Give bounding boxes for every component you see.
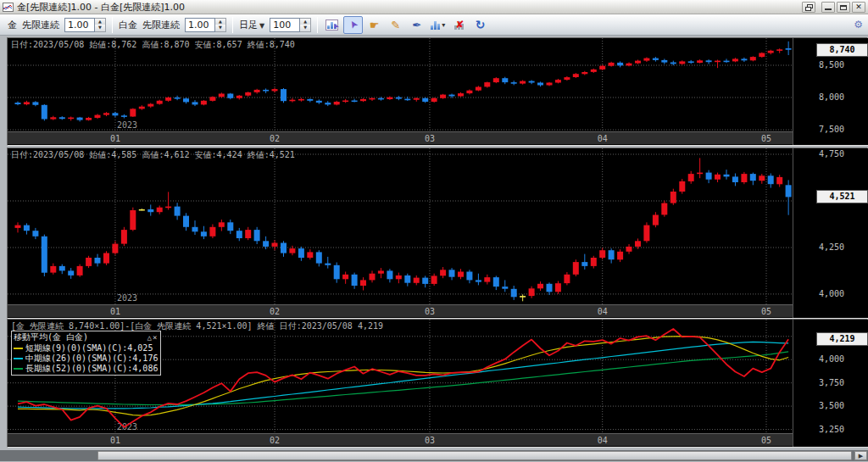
- x-axis-month-label: 05: [761, 434, 771, 447]
- spin-up-icon[interactable]: ▲: [300, 19, 310, 25]
- tool-button-group: ➤➤☛✎✒▾✘↻: [321, 16, 491, 34]
- moving-average-legend: 移動平均(金 白金)△×短期線(9)(0)(SMA)(C):4,025中期線(2…: [11, 331, 161, 376]
- legend-label: 短期線(9)(0)(SMA)(C):4,025: [25, 343, 153, 353]
- spin-down-icon[interactable]: ▼: [95, 25, 105, 31]
- x-axis-month-label: 02: [270, 305, 280, 318]
- x-axis-month-label: 02: [270, 132, 280, 145]
- toolbar-separator: [317, 17, 318, 33]
- y-axis-tick-label: 4,750: [819, 149, 844, 159]
- close-button[interactable]: ✕: [852, 2, 865, 13]
- bar-count-spinner[interactable]: 100 ▲▼: [270, 18, 311, 32]
- y-axis-tick-label: 4,250: [819, 242, 844, 252]
- symbol1-ratio-spinner[interactable]: 1.00 ▲▼: [64, 18, 106, 32]
- interval-combo[interactable]: 日足▼: [239, 19, 264, 31]
- pencil-tool-icon: ✎: [391, 19, 400, 31]
- y-axis-tick-label: 4,000: [819, 289, 844, 298]
- y-axis-tick-label: 8,000: [819, 92, 844, 102]
- x-axis-month-label: 01: [110, 434, 120, 447]
- app-chart-icon: [3, 3, 14, 12]
- symbol1-label: 金: [8, 19, 17, 31]
- legend-label: 長期線(52)(0)(SMA)(C):4,086: [25, 364, 158, 374]
- spinner-arrows[interactable]: ▲▼: [300, 18, 311, 32]
- legend-color-swatch: [14, 348, 23, 349]
- scrollbar-thumb[interactable]: [97, 451, 852, 460]
- bar-count-value[interactable]: 100: [270, 18, 300, 32]
- current-price-box: 4,521: [817, 191, 867, 203]
- symbol2-ratio-value[interactable]: 1.00: [185, 18, 215, 32]
- ohlc-info-line: 日付:2023/05/08 始値:4,585 高値:4,612 安値:4,424…: [11, 149, 295, 161]
- x-axis-month-label: 03: [425, 434, 435, 447]
- float-window-button[interactable]: [802, 2, 815, 13]
- y-axis-tick-label: 3,250: [819, 425, 844, 434]
- spin-down-icon[interactable]: ▼: [300, 25, 310, 31]
- pen-tool-icon: ✒: [412, 19, 421, 31]
- x-axis-strip: 0102030405: [8, 131, 793, 144]
- settings-wrench-icon[interactable]: ⚙: [854, 19, 863, 31]
- legend-label: 中期線(26)(0)(SMA)(C):4,176: [25, 353, 158, 364]
- svg-text:2023: 2023: [117, 293, 137, 303]
- zoom-range-tool[interactable]: ➤: [322, 16, 342, 34]
- refresh-button[interactable]: ↻: [470, 16, 490, 34]
- chevron-down-icon: ▼: [259, 22, 264, 30]
- x-axis-month-label: 05: [761, 132, 771, 145]
- symbol2-series-label: 先限連続: [142, 19, 180, 31]
- symbol2-label: 白金: [119, 19, 137, 31]
- scrollbar-right-arrow[interactable]: ▶: [854, 451, 867, 460]
- x-axis-month-label: 04: [598, 132, 608, 145]
- x-axis-month-label: 01: [110, 132, 120, 145]
- symbol1-series-label: 先限連続: [22, 19, 59, 31]
- plot-area-1[interactable]: 2023: [8, 38, 793, 131]
- toolbar-separator: [232, 17, 233, 33]
- spinner-arrows[interactable]: ▲▼: [215, 18, 226, 32]
- pen-tool[interactable]: ✒: [407, 16, 426, 34]
- legend-title: 移動平均(金 白金): [14, 331, 88, 343]
- select-tool-icon: ➤: [349, 19, 358, 31]
- indicator-delete-button-icon: ✘: [454, 20, 464, 30]
- window-title: 金[先限連続]1.00 - 白金[先限連続]1.00: [17, 1, 185, 14]
- svg-text:2023: 2023: [117, 120, 137, 130]
- maximize-button[interactable]: [837, 2, 850, 13]
- y-axis-tick-label: 8,500: [819, 60, 844, 70]
- hand-tool[interactable]: ☛: [364, 16, 384, 34]
- current-price-box: 4,219: [817, 333, 867, 345]
- spin-up-icon[interactable]: ▲: [95, 19, 105, 25]
- y-axis-2: 4,7504,2504,0004,521: [793, 148, 868, 318]
- indicator-chart-button-icon: ▾: [431, 20, 445, 30]
- title-bar: 金[先限連続]1.00 - 白金[先限連続]1.00 ✕: [0, 0, 868, 14]
- symbol1-ratio-value[interactable]: 1.00: [64, 18, 95, 32]
- x-axis-month-label: 04: [598, 434, 608, 447]
- toolbar: 金 先限連続 1.00 ▲▼ 白金 先限連続 1.00 ▲▼ 日足▼ 100 ▲…: [0, 14, 868, 36]
- spin-up-icon[interactable]: ▲: [215, 19, 225, 25]
- x-axis-month-label: 04: [598, 305, 608, 318]
- chevron-down-icon: ▾: [442, 21, 445, 29]
- chart-panel-3: 2023[金 先限連続 8,740×1.00]-[白金 先限連続 4,521×1…: [7, 319, 868, 448]
- x-axis-strip: 0102030405: [8, 433, 793, 446]
- chart-panel-2: 2023日付:2023/05/08 始値:4,585 高値:4,612 安値:4…: [7, 148, 868, 319]
- x-axis-month-label: 03: [425, 305, 435, 318]
- x-axis-month-label: 05: [761, 305, 771, 318]
- toolbar-separator: [112, 17, 113, 33]
- legend-row: 長期線(52)(0)(SMA)(C):4,086: [14, 364, 158, 374]
- legend-color-swatch: [14, 368, 23, 370]
- y-axis-3: 4,2504,0003,7503,5003,2504,219: [793, 320, 868, 447]
- legend-color-swatch: [14, 358, 23, 359]
- current-price-box: 8,740: [817, 44, 867, 56]
- minimize-button[interactable]: [821, 2, 835, 13]
- legend-row: 短期線(9)(0)(SMA)(C):4,025: [14, 343, 158, 353]
- delete-x-icon: ✘: [455, 19, 464, 31]
- hand-tool-icon: ☛: [370, 19, 380, 31]
- horizontal-scrollbar[interactable]: ▶: [0, 450, 868, 461]
- spinner-arrows[interactable]: ▲▼: [95, 18, 106, 32]
- chart-panel-1: 2023日付:2023/05/08 始値:8,762 高値:8,870 安値:8…: [7, 37, 868, 146]
- legend-close-button[interactable]: ×: [153, 333, 158, 342]
- pencil-tool[interactable]: ✎: [386, 16, 405, 34]
- x-axis-month-label: 03: [425, 132, 435, 145]
- zoom-range-tool-icon: ➤: [326, 19, 338, 31]
- plot-area-2[interactable]: 2023: [8, 148, 793, 304]
- symbol2-ratio-spinner[interactable]: 1.00 ▲▼: [185, 18, 226, 32]
- select-tool[interactable]: ➤: [343, 16, 363, 34]
- ohlc-info-line: 日付:2023/05/08 始値:8,762 高値:8,870 安値:8,657…: [11, 39, 295, 51]
- indicator-delete-button[interactable]: ✘: [449, 16, 469, 34]
- indicator-chart-button[interactable]: ▾: [428, 16, 448, 34]
- spin-down-icon[interactable]: ▼: [215, 25, 225, 31]
